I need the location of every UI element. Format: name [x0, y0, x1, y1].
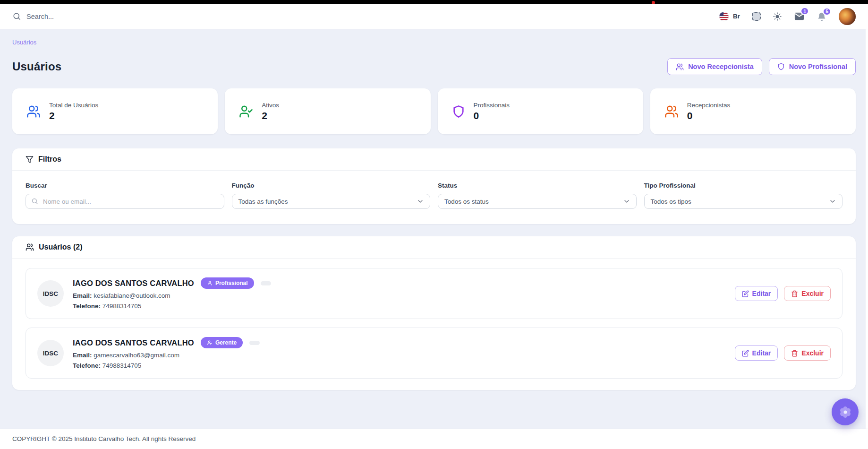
filter-role-label: Função [232, 182, 431, 189]
users-icon [676, 63, 684, 71]
filter-role-group: Função Todas as funções [232, 182, 431, 209]
stat-label: Ativos [262, 102, 279, 109]
edit-button[interactable]: Editar [735, 286, 778, 301]
scrollbar-track[interactable] [866, 29, 868, 429]
language-switcher[interactable]: Br [719, 11, 740, 22]
stat-label: Recepcionistas [687, 102, 731, 109]
shield-icon [452, 105, 465, 118]
stat-value: 2 [49, 110, 98, 121]
delete-button[interactable]: Excluir [784, 286, 831, 301]
header-actions: Novo Recepcionista Novo Profissional [667, 58, 856, 75]
messages-button[interactable]: 1 [794, 11, 805, 22]
role-badge: Profissional [201, 277, 254, 289]
topbar: Br [0, 4, 868, 29]
phone-value: 74988314705 [102, 302, 142, 310]
settings-fab[interactable] [832, 398, 859, 425]
user-phone: Telefone: 74988314705 [73, 302, 271, 310]
new-receptionist-button[interactable]: Novo Recepcionista [667, 58, 762, 75]
delete-button[interactable]: Excluir [784, 345, 831, 361]
filter-status-select[interactable]: Todos os status [438, 194, 637, 209]
phone-label: Telefone: [73, 302, 101, 310]
new-receptionist-label: Novo Recepcionista [688, 63, 754, 70]
new-professional-button[interactable]: Novo Profissional [769, 58, 856, 75]
user-name: IAGO DOS SANTOS CARVALHO [73, 279, 194, 288]
global-search[interactable] [12, 12, 719, 21]
avatar: IDSC [37, 340, 64, 366]
user-phone: Telefone: 74988314705 [73, 362, 260, 369]
users-icon [26, 104, 41, 119]
page-title: Usuários [12, 60, 61, 73]
filter-role-select[interactable]: Todas as funções [232, 194, 431, 209]
row-actions: Editar Excluir [735, 345, 831, 361]
user-avatar[interactable] [839, 8, 856, 25]
filters-header: Filtros [12, 148, 856, 171]
status-toggle[interactable] [261, 281, 271, 285]
avatar: IDSC [37, 280, 64, 307]
footer: COPYRIGHT © 2025 Instituto Carvalho Tech… [0, 429, 868, 449]
filter-funnel-icon [26, 155, 34, 164]
edit-pencil-icon [742, 350, 749, 357]
sun-icon [773, 12, 782, 21]
filter-type-select[interactable]: Todos os tipos [644, 194, 843, 209]
filter-status-group: Status Todos os status [438, 182, 637, 209]
delete-label: Excluir [801, 290, 824, 297]
role-badge-label: Profissional [215, 280, 248, 286]
email-label: Email: [73, 352, 92, 359]
main-content: Usuários Usuários Novo Recepcionista Nov… [0, 29, 868, 429]
user-rows: IDSC IAGO DOS SANTOS CARVALHO Profission… [12, 259, 856, 379]
chevron-down-icon [623, 198, 630, 205]
stat-value: 2 [262, 110, 279, 121]
fullscreen-button[interactable] [752, 12, 761, 21]
maximize-icon [752, 12, 761, 21]
role-badge-label: Gerente [215, 339, 237, 346]
user-email: Email: gamescarvalho63@gmail.com [73, 352, 260, 359]
trash-icon [791, 350, 798, 357]
phone-label: Telefone: [73, 362, 101, 369]
row-actions: Editar Excluir [735, 286, 831, 301]
page: Br [0, 0, 868, 449]
filter-status-value: Todos os status [444, 198, 489, 205]
filter-role-value: Todas as funções [238, 198, 288, 205]
user-icon [207, 280, 213, 286]
filter-search-input[interactable] [26, 194, 224, 209]
flower-icon [839, 406, 852, 419]
phone-value: 74988314705 [102, 362, 142, 369]
user-info: IAGO DOS SANTOS CARVALHO Profissional Em… [73, 277, 271, 310]
search-icon [12, 12, 21, 21]
chevron-down-icon [417, 198, 424, 205]
breadcrumb[interactable]: Usuários [12, 39, 856, 46]
stat-card-receptionists: Recepcionistas 0 [650, 88, 856, 134]
trash-icon [791, 290, 798, 297]
filters-title: Filtros [38, 155, 61, 164]
chevron-down-icon [829, 198, 836, 205]
user-list-title: Usuários (2) [39, 243, 82, 251]
notifications-button[interactable]: 5 [817, 11, 827, 22]
stat-card-active: Ativos 2 [225, 88, 430, 134]
recording-indicator [652, 1, 655, 4]
email-label: Email: [73, 292, 92, 299]
user-email: Email: kesiafabiane@outlook.com [73, 292, 271, 299]
theme-toggle-button[interactable] [773, 12, 782, 21]
stat-card-total-users: Total de Usuários 2 [12, 88, 218, 134]
status-toggle[interactable] [249, 341, 260, 345]
filter-search-group: Buscar [26, 182, 224, 209]
email-value: kesiafabiane@outlook.com [94, 292, 170, 299]
stat-label: Profissionais [474, 102, 510, 109]
users-icon [26, 243, 34, 251]
stats-row: Total de Usuários 2 Ativos 2 Profissio [12, 88, 856, 134]
user-list-header: Usuários (2) [12, 236, 856, 259]
filter-type-value: Todos os tipos [651, 198, 691, 205]
edit-button[interactable]: Editar [735, 345, 778, 361]
user-info: IAGO DOS SANTOS CARVALHO Gerente Email: … [73, 337, 260, 369]
stat-label: Total de Usuários [49, 102, 98, 109]
filters-body: Buscar Função Todas as funções [12, 171, 856, 224]
search-input[interactable] [26, 13, 225, 20]
users-icon [664, 104, 679, 119]
user-list-card: Usuários (2) IDSC IAGO DOS SANTOS CARVAL… [12, 236, 856, 390]
filter-type-group: Tipo Profissional Todos os tipos [644, 182, 843, 209]
edit-label: Editar [752, 290, 771, 297]
user-row: IDSC IAGO DOS SANTOS CARVALHO Gerente [26, 328, 842, 379]
user-row: IDSC IAGO DOS SANTOS CARVALHO Profission… [26, 268, 842, 319]
search-icon [31, 198, 38, 207]
user-name: IAGO DOS SANTOS CARVALHO [73, 338, 194, 347]
